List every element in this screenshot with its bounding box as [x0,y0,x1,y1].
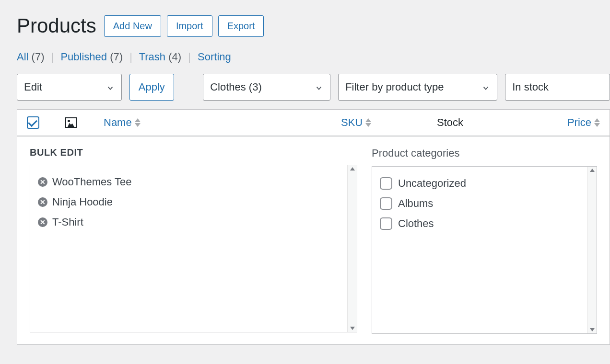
image-column-icon [65,117,77,128]
chevron-down-icon [315,83,323,91]
sort-icon [135,118,141,127]
category-checkbox[interactable] [380,177,392,190]
page-title: Products [17,14,96,37]
category-label: Albums [398,197,433,210]
bulk-edit-item: ✕ T-Shirt [38,212,349,232]
chevron-down-icon [481,83,490,91]
sort-icon [594,118,600,127]
column-price[interactable]: Price [533,116,600,129]
bulk-edit-panel: BULK EDIT ✕ WooThemes Tee ✕ Ninja Hoodie… [17,136,610,345]
product-categories-heading: Product categories [372,147,597,159]
filters-row: Edit Apply Clothes (3) Filter by product… [17,74,610,101]
category-item: Clothes [380,214,589,234]
bulk-item-name: WooThemes Tee [52,176,132,188]
remove-item-icon[interactable]: ✕ [38,217,47,227]
bulk-item-name: T-Shirt [52,216,83,228]
apply-button[interactable]: Apply [129,74,174,101]
status-trash-link[interactable]: Trash [139,51,165,63]
scroll-down-icon [350,327,355,330]
scrollbar[interactable] [347,165,357,332]
category-checkbox[interactable] [380,217,392,230]
bulk-edit-item: ✕ Ninja Hoodie [38,192,349,212]
category-item: Uncategorized [380,173,589,193]
category-label: Clothes [398,217,434,230]
bulk-action-select[interactable]: Edit [17,74,122,101]
bulk-item-name: Ninja Hoodie [52,196,113,208]
chevron-down-icon [106,83,115,91]
category-label: Uncategorized [398,177,466,190]
select-all-checkbox[interactable] [27,116,39,129]
category-checkbox[interactable] [380,197,392,210]
category-item: Albums [380,193,589,214]
status-filter-links: All (7) | Published (7) | Trash (4) | So… [17,51,610,63]
bulk-edit-item: ✕ WooThemes Tee [38,172,349,192]
status-published-count: (7) [110,51,123,63]
import-button[interactable]: Import [167,15,212,37]
export-button[interactable]: Export [218,15,264,37]
table-header-row: Name SKU Stock Price [17,109,610,136]
page-header: Products Add New Import Export [17,14,610,37]
product-categories-list: Uncategorized Albums Clothes [372,166,597,334]
scroll-up-icon [590,169,595,172]
status-all-count: (7) [32,51,45,63]
status-trash-count: (4) [168,51,181,63]
bulk-edit-items-list: ✕ WooThemes Tee ✕ Ninja Hoodie ✕ T-Shirt [30,165,357,332]
column-sku[interactable]: SKU [341,116,437,129]
scroll-down-icon [590,328,595,331]
product-type-filter-select[interactable]: Filter by product type [338,74,497,101]
remove-item-icon[interactable]: ✕ [38,197,47,207]
category-filter-select[interactable]: Clothes (3) [203,74,330,101]
scrollbar[interactable] [587,167,597,333]
add-new-button[interactable]: Add New [104,15,161,37]
sort-icon [365,118,371,127]
column-name[interactable]: Name [104,116,341,129]
scroll-up-icon [350,167,355,171]
status-all-link[interactable]: All [17,51,28,63]
bulk-edit-heading: BULK EDIT [30,147,357,158]
column-stock: Stock [437,116,533,129]
status-sorting-link[interactable]: Sorting [198,51,231,63]
stock-filter-select[interactable]: In stock [505,74,610,101]
remove-item-icon[interactable]: ✕ [38,177,47,187]
status-published-link[interactable]: Published [60,51,107,63]
